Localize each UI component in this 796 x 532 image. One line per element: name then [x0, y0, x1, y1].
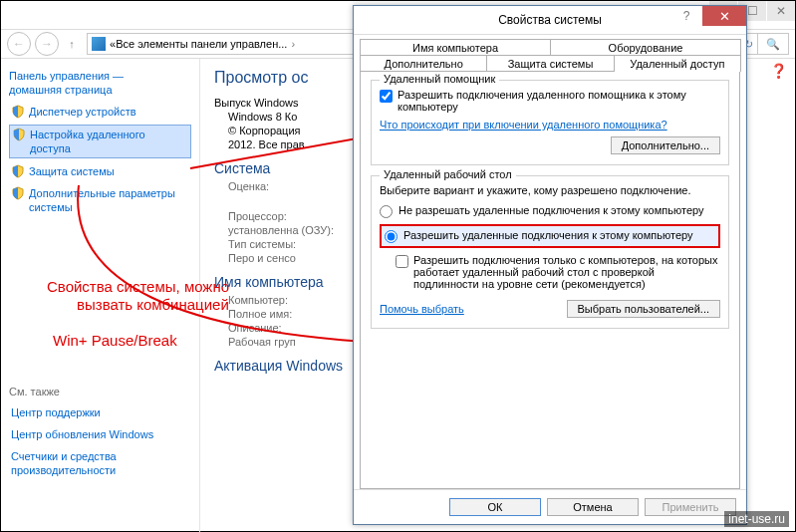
- dialog-tabs: Имя компьютера Оборудование Дополнительн…: [354, 35, 746, 71]
- seealso-action-center[interactable]: Центр поддержки: [9, 403, 191, 421]
- control-panel-home-link[interactable]: Панель управления —домашняя страница: [9, 69, 191, 97]
- sidebar-advanced-settings[interactable]: Дополнительные параметры системы: [9, 184, 191, 216]
- checkbox-label: Разрешить подключения удаленного помощни…: [398, 89, 720, 113]
- sidebar-remote-settings[interactable]: Настройка удаленного доступа: [9, 125, 191, 158]
- remote-desktop-group: Удаленный рабочий стол Выберите вариант …: [371, 175, 729, 329]
- breadcrumb[interactable]: Все элементы панели управлен...: [116, 38, 287, 50]
- control-panel-icon: [92, 37, 106, 51]
- link-label: Центр обновления Windows: [11, 427, 153, 441]
- group-title: Удаленный помощник: [380, 73, 499, 85]
- remote-assistant-group: Удаленный помощник Разрешить подключения…: [371, 80, 729, 165]
- radio-input[interactable]: [385, 230, 398, 243]
- nav-up-button[interactable]: ↑: [63, 35, 81, 53]
- sidebar-item-label: Настройка удаленного доступа: [30, 128, 188, 155]
- ok-button[interactable]: ОК: [449, 498, 541, 516]
- link-label: Центр поддержки: [11, 405, 101, 419]
- allow-remote-assist-checkbox[interactable]: Разрешить подключения удаленного помощни…: [380, 89, 720, 113]
- dialog-buttons: ОК Отмена Применить: [354, 489, 746, 524]
- rdp-help-choose-link[interactable]: Помочь выбрать: [380, 303, 464, 315]
- radio-input[interactable]: [380, 205, 393, 218]
- sidebar-item-label: Дополнительные параметры системы: [29, 186, 189, 214]
- sidebar-item-label: Защита системы: [29, 164, 115, 178]
- watermark: inet-use.ru: [724, 511, 789, 527]
- radio-label: Разрешить удаленные подключения к этому …: [403, 229, 693, 241]
- sidebar-device-manager[interactable]: Диспетчер устройств: [9, 103, 191, 121]
- seealso-perf-tools[interactable]: Счетчики и средства производительности: [9, 447, 191, 479]
- sidebar-item-label: Диспетчер устройств: [29, 105, 136, 119]
- radio-label: Не разрешать удаленные подключения к это…: [398, 204, 704, 216]
- rdp-deny-radio[interactable]: Не разрешать удаленные подключения к это…: [380, 204, 720, 218]
- dialog-help-button[interactable]: ?: [672, 6, 700, 26]
- tab-remote[interactable]: Удаленный доступ: [614, 55, 741, 72]
- dialog-title: Свойства системы: [498, 13, 602, 27]
- remote-assist-advanced-button[interactable]: Дополнительно...: [611, 136, 720, 154]
- cancel-button[interactable]: Отмена: [547, 498, 639, 516]
- shield-icon: [12, 128, 26, 141]
- group-title: Удаленный рабочий стол: [380, 168, 516, 180]
- search-button[interactable]: 🔍: [758, 33, 789, 55]
- rdp-nla-checkbox[interactable]: Разрешить подключения только с компьютер…: [396, 254, 720, 290]
- dialog-titlebar: Свойства системы ? ✕: [354, 6, 746, 35]
- shield-icon: [11, 105, 25, 119]
- sidebar: Панель управления —домашняя страница Дис…: [1, 59, 200, 532]
- select-users-button[interactable]: Выбрать пользователей...: [567, 300, 721, 318]
- window-close-button[interactable]: ✕: [767, 1, 795, 21]
- rdp-hint: Выберите вариант и укажите, кому разреше…: [380, 184, 720, 196]
- nav-back-button[interactable]: ←: [7, 32, 31, 56]
- tab-panel-remote: Удаленный помощник Разрешить подключения…: [360, 71, 740, 489]
- see-also-heading: См. также: [9, 386, 191, 398]
- seealso-windows-update[interactable]: Центр обновления Windows: [9, 425, 191, 443]
- dialog-close-button[interactable]: ✕: [702, 6, 746, 26]
- tab-computer-name[interactable]: Имя компьютера: [360, 39, 551, 56]
- system-properties-dialog: Свойства системы ? ✕ Имя компьютера Обор…: [353, 5, 747, 525]
- checkbox-input[interactable]: [380, 90, 393, 103]
- rdp-allow-radio[interactable]: Разрешить удаленные подключения к этому …: [380, 224, 720, 248]
- apply-button[interactable]: Применить: [645, 498, 736, 516]
- shield-icon: [11, 186, 25, 200]
- remote-assist-help-link[interactable]: Что происходит при включении удаленного …: [380, 119, 720, 131]
- link-label: Счетчики и средства производительности: [11, 449, 189, 477]
- checkbox-input[interactable]: [396, 255, 408, 268]
- sidebar-system-protection[interactable]: Защита системы: [9, 162, 191, 180]
- checkbox-label: Разрешить подключения только с компьютер…: [413, 254, 720, 290]
- tab-protection[interactable]: Защита системы: [486, 55, 614, 72]
- tab-advanced[interactable]: Дополнительно: [360, 55, 487, 72]
- tab-hardware[interactable]: Оборудование: [550, 39, 741, 56]
- nav-forward-button[interactable]: →: [35, 32, 59, 56]
- shield-icon: [11, 164, 25, 178]
- chevron-right-icon[interactable]: ›: [291, 38, 295, 50]
